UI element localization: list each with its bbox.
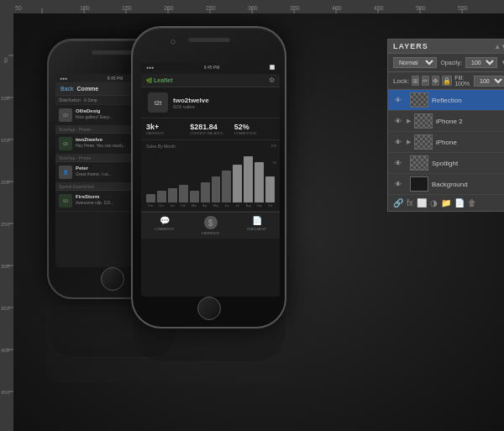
- svg-text:300: 300: [1, 264, 10, 269]
- layer-name: iPhone 2: [436, 118, 504, 125]
- phone-front: ●●● 8:45 PM ⬜ 🌿 Leaflet ⚙: [131, 26, 286, 329]
- phone-camera: [171, 39, 176, 45]
- stat-value: 3k+: [146, 123, 186, 131]
- nav-comments[interactable]: 💬 COMMENTS: [141, 213, 187, 239]
- chart-month-label: Feb: [179, 204, 188, 208]
- lock-label: Lock:: [393, 77, 409, 85]
- front-status-time: 8:45 PM: [204, 65, 220, 70]
- phones-container: ●●● 8:45 PM ⬜ Back Comme SlideSwitch · A…: [39, 22, 375, 383]
- home-button-front[interactable]: [197, 297, 221, 320]
- comments-title: Comme: [77, 86, 99, 92]
- lock-all-icon[interactable]: 🔒: [442, 76, 452, 86]
- layer-thumbnail: [410, 155, 428, 171]
- leaflet-screen: 🌿 Leaflet ⚙ t2t two2twelve 629 sales: [141, 74, 280, 297]
- layer-item-reflection[interactable]: 👁 Reflection: [388, 90, 504, 111]
- svg-text:300: 300: [248, 5, 258, 11]
- add-layer-icon[interactable]: 📄: [454, 198, 465, 208]
- svg-text:350: 350: [1, 306, 10, 311]
- add-mask-icon[interactable]: ⬜: [417, 198, 427, 208]
- layer-visibility-icon[interactable]: 👁: [393, 97, 403, 104]
- layer-item-spotlight[interactable]: 👁 Spotlight: [388, 153, 504, 174]
- delete-layer-icon[interactable]: 🗑: [468, 198, 476, 208]
- stat-label: EARNINGS: [146, 131, 186, 135]
- stat-label: CURRENT BALANCE: [190, 131, 230, 135]
- chart-month-label: Dec: [157, 204, 166, 208]
- chart-area: Sales By Month 100 50 NovDecJanFebMarApr…: [141, 140, 280, 212]
- stat-balance: $281.84 CURRENT BALANCE: [190, 123, 230, 135]
- layer-visibility-icon[interactable]: 👁: [393, 160, 403, 167]
- back-button[interactable]: Back: [60, 86, 74, 92]
- opacity-select[interactable]: 100% 75% 50%: [465, 57, 497, 68]
- panel-collapse-icon[interactable]: ▲▼: [494, 43, 504, 50]
- add-adjustment-icon[interactable]: ◑: [430, 198, 438, 208]
- chart-bar: [179, 185, 188, 202]
- nav-statement[interactable]: 📄 STATEMENT: [234, 213, 280, 239]
- chart-month-label: Jun: [222, 204, 231, 208]
- stats-row: 3k+ EARNINGS $281.84 CURRENT BALANCE 52%…: [141, 118, 280, 140]
- add-layer-style-icon[interactable]: fx: [407, 198, 413, 208]
- chart-month-label: Mar: [190, 204, 199, 208]
- layer-item-iphone[interactable]: 👁 ▶ iPhone: [388, 132, 504, 153]
- home-button-back[interactable]: [101, 267, 124, 291]
- link-layers-icon[interactable]: 🔗: [393, 198, 403, 208]
- svg-text:400: 400: [332, 5, 342, 11]
- layer-visibility-icon[interactable]: 👁: [393, 118, 403, 125]
- profile-section: t2t two2twelve 629 sales: [141, 87, 280, 118]
- blend-opacity-row: Normal Multiply Screen Opacity: 100% 75%…: [388, 54, 504, 72]
- chart-scale-50: 50: [273, 160, 276, 165]
- avatar: 👤: [59, 166, 72, 179]
- svg-rect-23: [0, 0, 13, 431]
- layer-name: Background: [432, 181, 504, 188]
- app-name-label: SlideSwitch · A Simp: [59, 97, 97, 102]
- front-status-battery: ⬜: [270, 65, 275, 70]
- chart-title: Sales By Month: [146, 144, 176, 149]
- fill-select[interactable]: 100%: [474, 76, 504, 87]
- nav-label: EARNINGS: [202, 231, 219, 235]
- chart-bar: [255, 162, 264, 202]
- layer-item-background[interactable]: 👁 Background: [388, 174, 504, 195]
- chart-month-label: Apr: [201, 204, 210, 208]
- earnings-icon: $: [204, 216, 218, 229]
- phone-speaker-front: [188, 38, 230, 42]
- gear-icon[interactable]: ⚙: [269, 76, 275, 84]
- lock-move-icon[interactable]: ✥: [432, 76, 439, 86]
- stat-value: $281.84: [190, 123, 230, 131]
- svg-text:150: 150: [122, 5, 132, 11]
- layers-footer: 🔗 fx ⬜ ◑ 📁 📄 🗑: [388, 195, 504, 211]
- layer-thumbnail: [410, 92, 428, 108]
- lock-paint-icon[interactable]: ✏: [422, 76, 429, 86]
- layer-item-iphone2[interactable]: 👁 ▶ iPhone 2: [388, 111, 504, 132]
- layer-name: Reflection: [432, 97, 504, 104]
- layer-name: iPhone: [436, 139, 504, 146]
- layer-visibility-icon[interactable]: 👁: [393, 181, 403, 188]
- svg-text:450: 450: [374, 5, 384, 11]
- app-logo: 🌿 Leaflet: [146, 77, 173, 83]
- chart-month-label: Oct: [265, 204, 275, 208]
- nav-label: STATEMENT: [247, 227, 267, 231]
- opacity-arrow: ▼: [501, 59, 504, 66]
- chart-bar: [244, 156, 253, 202]
- chart-bar: [212, 176, 221, 202]
- lock-position-icon[interactable]: ⊞: [412, 76, 419, 86]
- chart-month-label: Nov: [146, 204, 155, 208]
- blend-mode-select[interactable]: Normal Multiply Screen: [393, 57, 437, 68]
- phone-speaker-back: [92, 50, 134, 55]
- bottom-nav: 💬 COMMENTS $ EARNINGS 📄 STATEMENT: [141, 212, 280, 239]
- fill-label: Fill: 100%: [454, 75, 470, 87]
- stat-commission: 52% COMMISSION: [234, 123, 275, 135]
- app-header: 🌿 Leaflet ⚙: [141, 74, 280, 87]
- svg-text:500: 500: [416, 5, 426, 11]
- layer-expand-icon[interactable]: ▶: [407, 139, 411, 145]
- avatar: t2t: [59, 137, 72, 150]
- stat-label: COMMISSION: [234, 131, 275, 135]
- avatar: t2t: [59, 108, 72, 122]
- chart-bar: [168, 188, 177, 202]
- svg-text:450: 450: [1, 390, 10, 395]
- layer-expand-icon[interactable]: ▶: [407, 118, 411, 124]
- chart-month-label: Jan: [168, 204, 177, 208]
- chart-month-label: Aug: [244, 204, 253, 208]
- layer-visibility-icon[interactable]: 👁: [393, 139, 403, 146]
- add-folder-icon[interactable]: 📁: [441, 198, 451, 208]
- nav-earnings[interactable]: $ EARNINGS: [187, 213, 234, 239]
- layers-panel-header: LAYERS ▲▼: [388, 39, 504, 54]
